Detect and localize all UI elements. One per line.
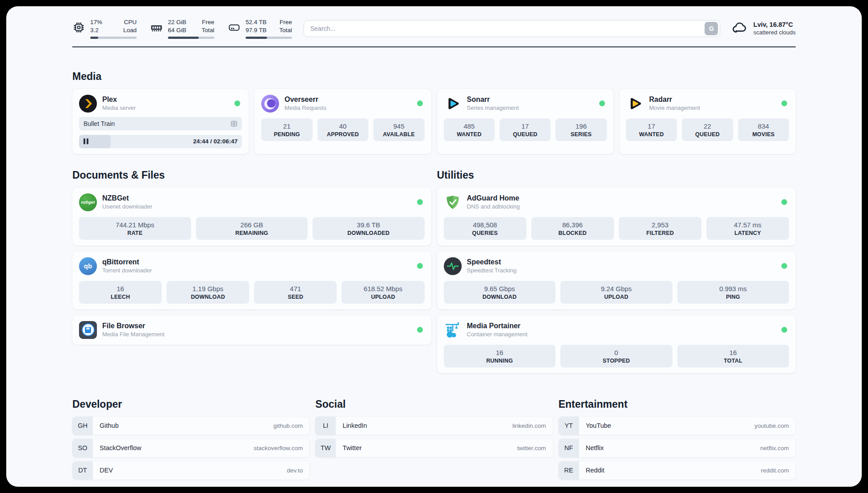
bookmark-dev[interactable]: DT DEV dev.to <box>72 461 309 480</box>
bookmark-url: linkedin.com <box>513 422 546 429</box>
cpu-percent: 17% <box>90 18 102 26</box>
app-subtitle: Usenet downloader <box>102 203 152 210</box>
bookmark-name: YouTube <box>586 422 611 429</box>
app-subtitle: Media File Management <box>102 331 164 338</box>
app-title: qBittorrent <box>102 258 152 266</box>
ram-icon <box>150 21 163 36</box>
status-online-dot <box>781 199 787 205</box>
ram-progress-fill <box>168 37 199 39</box>
app-card-portainer[interactable]: Media Portainer Container management 16 … <box>437 315 796 373</box>
cpu-progress-bar <box>90 37 137 39</box>
weather-location-temp: Lviv, 16.87°C <box>753 21 796 28</box>
bookmark-url: reddit.com <box>761 467 789 474</box>
bookmark-abbr: SO <box>72 439 93 457</box>
bookmark-name: DEV <box>100 467 113 474</box>
section-title-utilities: Utilities <box>437 169 796 181</box>
bookmark-url: github.com <box>273 422 303 429</box>
bookmark-youtube[interactable]: YT YouTube youtube.com <box>559 417 796 435</box>
bookmark-name: LinkedIn <box>342 422 367 429</box>
app-card-speedtest[interactable]: Speedtest Speedtest Tracking 9.65 Gbps D… <box>437 251 796 309</box>
stat-approved: 40 APPROVED <box>317 118 368 141</box>
cpu-widget: 17% 3.2 CPU Load <box>72 18 137 39</box>
stat-movies: 834 MOVIES <box>738 118 789 141</box>
app-card-plex[interactable]: Plex Media server Bullet Train <box>72 89 249 154</box>
search-bar: G <box>304 20 720 37</box>
section-title-media: Media <box>72 71 796 83</box>
search-engine-button[interactable]: G <box>705 22 718 35</box>
cloud-icon <box>732 21 748 36</box>
app-subtitle: DNS and adblocking <box>467 203 520 210</box>
stat-upload: 9.24 Gbps UPLOAD <box>560 281 672 304</box>
now-playing-row: Bullet Train <box>79 117 242 130</box>
bookmark-name: Netflix <box>586 444 604 451</box>
bookmark-netflix[interactable]: NF Netflix netflix.com <box>559 439 796 457</box>
stat-queued: 22 QUEUED <box>682 118 733 141</box>
pause-icon[interactable] <box>83 138 88 144</box>
overseerr-app-icon <box>261 95 279 113</box>
stat-ping: 0.993 ms PING <box>677 281 789 304</box>
bookmark-name: StackOverflow <box>100 444 141 451</box>
weather-widget: Lviv, 16.87°C scattered clouds <box>732 21 796 36</box>
app-title: Media Portainer <box>467 322 528 330</box>
stat-leech: 16 LEECH <box>79 281 162 304</box>
stat-latency: 47.57 ms LATENCY <box>706 217 789 240</box>
status-online-dot <box>417 199 423 205</box>
bookmark-url: netflix.com <box>760 445 789 451</box>
stat-wanted: 485 WANTED <box>444 118 495 141</box>
speedtest-app-icon <box>444 257 462 275</box>
stat-download: 9.65 Gbps DOWNLOAD <box>444 281 556 304</box>
disk-progress-bar <box>246 37 292 39</box>
bookmark-stackoverflow[interactable]: SO StackOverflow stackoverflow.com <box>72 439 309 457</box>
app-card-qbittorrent[interactable]: qb qBittorrent Torrent downloader 16 <box>72 251 431 309</box>
app-title: NZBGet <box>102 194 152 202</box>
bookmark-abbr: NF <box>559 439 579 457</box>
bookmark-abbr: RE <box>559 461 579 480</box>
cpu-label-2: Load <box>123 26 137 34</box>
disk-icon <box>228 21 241 36</box>
bookmark-abbr: LI <box>315 417 336 435</box>
stat-series: 196 SERIES <box>555 118 606 141</box>
stat-upload: 618.52 Mbps UPLOAD <box>342 281 424 304</box>
bookmark-abbr: DT <box>72 461 93 480</box>
app-card-nzbget[interactable]: nzbget NZBGet Usenet downloader 744.21 M… <box>72 188 431 246</box>
app-title: Sonarr <box>467 96 519 104</box>
app-card-overseerr[interactable]: Overseerr Media Requests 21 PENDING 40 A… <box>255 89 431 154</box>
ram-free-value: 22 GiB <box>168 18 186 26</box>
stat-queries: 498,508 QUERIES <box>444 217 526 240</box>
sonarr-app-icon <box>444 95 462 113</box>
cpu-progress-fill <box>90 37 98 39</box>
cast-icon[interactable] <box>230 120 238 127</box>
app-title: Speedtest <box>467 258 517 266</box>
playback-time: 24:44 / 02:06:47 <box>193 138 238 145</box>
stat-queued: 17 QUEUED <box>500 118 551 141</box>
cpu-load-value: 3.2 <box>90 26 102 34</box>
status-online-dot <box>417 327 423 333</box>
ram-widget: 22 GiB 64 GiB Free Total <box>150 18 214 39</box>
bookmark-abbr: YT <box>559 417 579 435</box>
app-title: File Browser <box>102 322 164 330</box>
section-title-documents: Documents & Files <box>72 169 431 181</box>
section-title-developer: Developer <box>72 398 309 410</box>
bookmark-linkedin[interactable]: LI LinkedIn linkedin.com <box>315 417 552 435</box>
bookmark-github[interactable]: GH Github github.com <box>72 417 309 435</box>
app-card-adguard[interactable]: AdGuard Home DNS and adblocking 498,508 … <box>437 188 796 246</box>
playback-progress-row[interactable]: 24:44 / 02:06:47 <box>79 135 242 148</box>
disk-progress-fill <box>246 37 267 39</box>
qbittorrent-app-icon: qb <box>79 257 97 275</box>
status-online-dot <box>417 100 423 106</box>
status-online-dot <box>781 327 787 333</box>
bookmark-reddit[interactable]: RE Reddit reddit.com <box>559 461 796 480</box>
bookmark-url: dev.to <box>287 467 303 474</box>
stat-seed: 471 SEED <box>254 281 337 304</box>
app-card-radarr[interactable]: Radarr Movie management 17 WANTED 22 QUE… <box>619 89 796 154</box>
portainer-app-icon <box>444 321 462 339</box>
app-card-sonarr[interactable]: Sonarr Series management 485 WANTED 17 Q… <box>437 89 613 154</box>
stat-wanted: 17 WANTED <box>626 118 677 141</box>
search-input[interactable] <box>310 25 705 32</box>
app-card-filebrowser[interactable]: File Browser Media File Management <box>72 315 431 345</box>
media-cards-row: Plex Media server Bullet Train <box>72 89 796 154</box>
status-online-dot <box>781 263 787 269</box>
bookmark-twitter[interactable]: TW Twitter twitter.com <box>315 439 552 457</box>
app-subtitle: Movie management <box>649 104 700 111</box>
stat-filtered: 2,953 FILTERED <box>619 217 701 240</box>
